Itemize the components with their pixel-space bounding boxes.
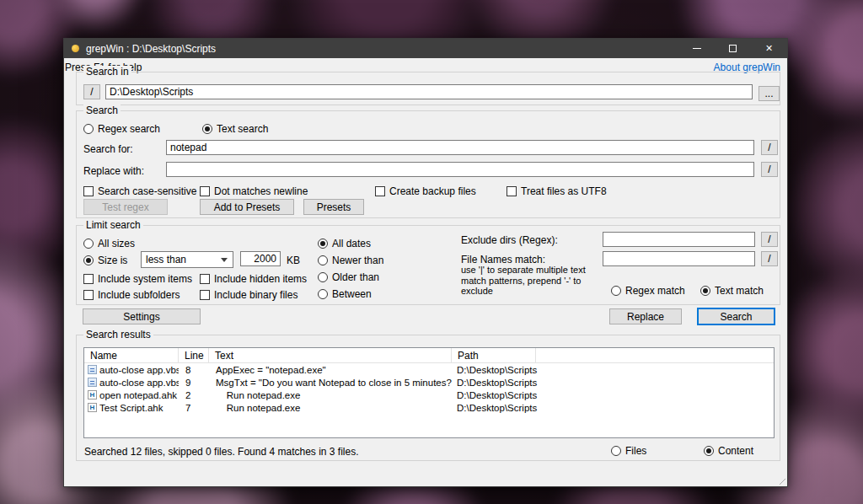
column-header-name[interactable]: Name [84,348,179,362]
newer-than-radio[interactable]: Newer than [318,255,383,266]
checkbox-icon [83,290,94,300]
checkbox-icon [83,274,94,284]
search-button[interactable]: Search [697,308,775,325]
utf8-label: Treat files as UTF8 [521,185,607,197]
table-row[interactable]: auto-close app.vbs 8 AppExec = "notepad.… [84,363,774,376]
case-sensitive-label: Search case-sensitive [98,185,196,197]
files-radio-label: Files [625,445,646,457]
content-radio-label: Content [718,445,753,457]
size-compare-value: less than [146,254,221,265]
app-icon [72,45,79,52]
checkbox-icon [200,186,210,196]
test-regex-button[interactable]: Test regex [83,199,168,215]
text-match-label: Text match [715,285,764,297]
result-path: D:\Desktop\Scripts [452,378,620,388]
content-radio[interactable]: Content [704,445,753,457]
regex-match-label: Regex match [625,285,685,297]
column-header-line[interactable]: Line [179,348,209,362]
minimize-button[interactable] [678,39,715,58]
text-search-radio[interactable]: Text search [202,123,268,135]
result-file-name: auto-close app.vbs [99,365,179,375]
replace-button[interactable]: Replace [609,308,682,324]
older-than-radio[interactable]: Older than [318,271,379,283]
column-header-text[interactable]: Text [209,348,452,362]
resize-grip[interactable] [775,474,785,485]
case-sensitive-checkbox[interactable]: Search case-sensitive [83,185,196,197]
older-than-label: Older than [332,271,379,283]
title-bar[interactable]: grepWin : D:\Desktop\Scripts ✕ [64,39,787,58]
newer-than-label: Newer than [332,255,383,266]
size-unit-label: KB [287,255,300,266]
add-to-presets-button[interactable]: Add to Presets [200,199,294,215]
results-table-header: Name Line Text Path [84,348,774,363]
text-search-radio-label: Text search [217,123,268,135]
table-row[interactable]: auto-close app.vbs 9 MsgTxt = "Do you wa… [84,376,774,389]
text-match-radio[interactable]: Text match [700,285,764,297]
search-in-regex-toggle-button[interactable]: / [83,84,100,99]
size-value-input[interactable] [240,251,281,266]
search-for-label: Search for: [83,143,133,155]
include-subfolders-label: Include subfolders [98,289,180,301]
regex-search-radio[interactable]: Regex search [83,123,160,135]
files-radio[interactable]: Files [611,445,646,457]
result-path: D:\Desktop\Scripts [452,403,620,413]
file-names-match-input[interactable] [603,251,755,266]
dot-matches-newline-checkbox[interactable]: Dot matches newline [200,185,308,197]
replace-with-label: Replace with: [83,165,144,177]
between-radio[interactable]: Between [318,288,372,300]
settings-button[interactable]: Settings [83,308,201,324]
checkbox-icon [83,186,94,196]
maximize-icon [729,45,737,52]
result-file-name: auto-close app.vbs [99,378,179,388]
ahk-file-icon [88,390,97,399]
include-subfolders-checkbox[interactable]: Include subfolders [83,289,180,301]
radio-icon [318,289,328,299]
table-row[interactable]: open notepad.ahk 2 Run notepad.exe D:\De… [84,389,774,401]
all-dates-radio[interactable]: All dates [318,238,371,249]
result-match-text: Run notepad.exe [209,390,452,400]
table-row[interactable]: Test Script.ahk 7 Run notepad.exe D:\Des… [84,401,774,414]
result-line-number: 9 [179,378,209,388]
presets-button[interactable]: Presets [303,199,364,215]
utf8-checkbox[interactable]: Treat files as UTF8 [507,185,607,197]
search-path-input[interactable] [105,84,753,99]
result-line-number: 2 [179,390,209,400]
radio-icon [611,446,621,456]
size-is-label: Size is [98,255,127,266]
checkbox-icon [200,274,210,284]
vbs-file-icon [88,378,97,387]
result-match-text: Run notepad.exe [209,403,452,413]
browse-folder-button[interactable]: ... [758,86,780,101]
checkbox-icon [507,186,517,196]
file-names-hint: use '|' to separate multiple text match … [461,265,599,297]
file-names-match-label: File Names match: [461,254,545,265]
window-body: Press F1 for help About grepWin Search i… [64,58,787,486]
size-is-radio[interactable]: Size is [83,255,127,266]
create-backup-checkbox[interactable]: Create backup files [375,185,476,197]
radio-icon [318,255,328,265]
minimize-icon [693,48,701,49]
regex-match-radio[interactable]: Regex match [611,285,685,297]
regex-search-radio-label: Regex search [98,123,160,135]
include-hidden-checkbox[interactable]: Include hidden items [200,273,307,285]
exclude-dirs-regex-toggle-button[interactable]: / [761,232,778,247]
radio-selected-icon [318,239,328,249]
replace-with-regex-toggle-button[interactable]: / [761,162,778,177]
search-for-input[interactable] [166,140,754,155]
include-binary-checkbox[interactable]: Include binary files [200,289,297,301]
close-button[interactable]: ✕ [751,39,787,58]
exclude-dirs-label: Exclude dirs (Regex): [461,234,558,246]
size-compare-dropdown[interactable]: less than [141,251,233,268]
include-system-checkbox[interactable]: Include system items [83,273,192,285]
all-sizes-radio[interactable]: All sizes [83,238,135,249]
limit-search-group-label: Limit search [83,219,143,231]
exclude-dirs-input[interactable] [603,232,755,247]
search-for-regex-toggle-button[interactable]: / [761,140,778,155]
maximize-button[interactable] [715,39,751,58]
column-header-path[interactable]: Path [452,348,536,362]
close-icon: ✕ [765,44,773,53]
file-names-regex-toggle-button[interactable]: / [761,251,778,266]
replace-with-input[interactable] [166,162,754,177]
all-sizes-label: All sizes [98,238,135,249]
search-in-group-label: Search in [83,66,131,78]
